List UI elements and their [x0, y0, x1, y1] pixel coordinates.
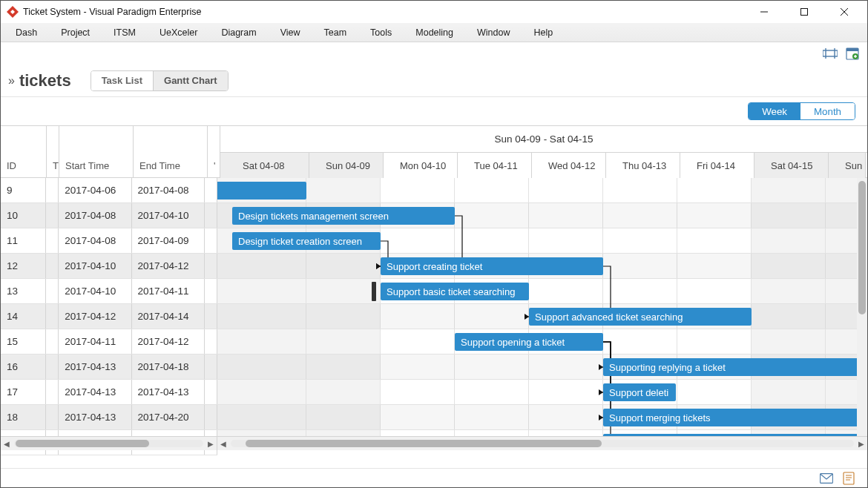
day-header: Fri 04-14 [680, 153, 754, 178]
cell [205, 304, 217, 329]
menu-item-modeling[interactable]: Modeling [407, 25, 462, 40]
svg-rect-8 [846, 48, 858, 51]
gantt-bar[interactable] [217, 182, 306, 200]
gantt-bar[interactable]: Design tickets management screen [232, 207, 455, 225]
table-row[interactable]: 112017-04-082017-04-09 [1, 228, 217, 254]
hscroll-right[interactable]: ◀ ▶ [217, 437, 867, 450]
table-row[interactable]: 152017-04-112017-04-12 [1, 329, 217, 355]
svg-rect-13 [844, 472, 854, 484]
menu-item-dash[interactable]: Dash [7, 25, 46, 40]
col-t[interactable]: T [47, 125, 59, 177]
breadcrumb-icon: » [8, 74, 13, 88]
close-button[interactable] [827, 1, 861, 22]
cell: 2017-04-10 [132, 203, 205, 228]
gantt-bar[interactable]: Support creating ticket [381, 257, 603, 275]
menu-item-help[interactable]: Help [525, 25, 562, 40]
cell: 2017-04-06 [59, 178, 131, 202]
gantt-bar[interactable]: Support advanced ticket searching [529, 308, 752, 326]
cell [205, 228, 217, 253]
view-week-button[interactable]: Week [749, 103, 800, 119]
menu-item-window[interactable]: Window [468, 25, 519, 40]
tab-gantt-chart[interactable]: Gantt Chart [153, 71, 228, 90]
cell: 2017-04-11 [132, 279, 205, 303]
cell: 2017-04-13 [132, 380, 205, 404]
menu-item-itsm[interactable]: ITSM [105, 25, 145, 40]
col-end[interactable]: End Time [134, 125, 208, 177]
maximize-button[interactable] [787, 1, 821, 22]
cell: 2017-04-12 [132, 254, 205, 278]
cell [205, 329, 217, 354]
gantt-bar[interactable]: Support 'watching' a ticket [603, 434, 867, 436]
gantt-bar[interactable]: Design ticket creation screen [232, 232, 381, 250]
cell: 13 [1, 279, 46, 303]
cell: 2017-04-08 [59, 228, 131, 253]
gantt-header: ID T Start Time End Time ' Sun 04-09 - S… [1, 126, 867, 178]
tab-task-list[interactable]: Task List [91, 71, 153, 90]
menu-item-diagram[interactable]: Diagram [212, 25, 265, 40]
titlebar: Ticket System - Visual Paradigm Enterpri… [1, 1, 867, 23]
cell: 2017-04-13 [59, 355, 131, 379]
cell [46, 405, 59, 429]
view-switch: Week Month [748, 102, 855, 120]
cell: 10 [1, 203, 46, 228]
gantt-bar[interactable]: Support basic ticket searching [381, 283, 529, 300]
gantt-bar[interactable]: Supporting replying a ticket [603, 358, 867, 376]
day-header: Mon 04-10 [384, 153, 458, 178]
cell [205, 279, 217, 303]
svg-rect-4 [823, 50, 838, 56]
cell: 2017-04-12 [132, 329, 205, 354]
svg-rect-1 [801, 9, 808, 16]
menu-item-uexceler[interactable]: UeXceler [151, 25, 206, 40]
cell: 18 [1, 405, 46, 429]
cell [46, 380, 59, 404]
hscroll-left[interactable]: ◀ ▶ [1, 437, 217, 450]
cell: 11 [1, 228, 46, 253]
cell: 17 [1, 380, 46, 404]
menu-item-project[interactable]: Project [52, 25, 99, 40]
col-id[interactable]: ID [1, 125, 47, 177]
layout-icon[interactable] [823, 46, 838, 61]
table-row[interactable]: 122017-04-102017-04-12 [1, 254, 217, 279]
dependency-arrow-icon [599, 364, 603, 370]
menu-item-tools[interactable]: Tools [361, 25, 401, 40]
col-start[interactable]: Start Time [59, 125, 134, 177]
cell [205, 405, 217, 429]
menu-item-view[interactable]: View [272, 25, 309, 40]
cell [205, 203, 217, 228]
gantt-left-grid: 92017-04-062017-04-08102017-04-082017-04… [1, 178, 217, 436]
day-header: Wed 04-12 [532, 153, 606, 178]
cell: 2017-04-13 [59, 405, 131, 429]
cell: 2017-04-10 [59, 254, 131, 278]
cell [46, 178, 59, 202]
menubar: DashProjectITSMUeXcelerDiagramViewTeamTo… [1, 23, 867, 42]
gantt-chart: ID T Start Time End Time ' Sun 04-09 - S… [1, 125, 867, 468]
table-row[interactable]: 182017-04-132017-04-20 [1, 405, 217, 430]
gantt-body: 92017-04-062017-04-08102017-04-082017-04… [1, 178, 867, 436]
table-row[interactable]: 162017-04-132017-04-18 [1, 355, 217, 380]
gantt-bar[interactable]: Support opening a ticket [455, 333, 603, 351]
cell: 2017-04-10 [59, 279, 131, 303]
cell [46, 254, 59, 278]
view-month-button[interactable]: Month [800, 103, 855, 119]
cell: 9 [1, 178, 46, 202]
col-tail[interactable]: ' [208, 125, 220, 177]
cell: 2017-04-09 [132, 228, 205, 253]
table-row[interactable]: 132017-04-102017-04-11 [1, 279, 217, 304]
mail-icon[interactable] [820, 472, 833, 485]
cell: 2017-04-14 [132, 304, 205, 329]
table-row[interactable]: 172017-04-132017-04-13 [1, 380, 217, 405]
vertical-scrollbar[interactable] [857, 178, 867, 436]
menu-item-team[interactable]: Team [315, 25, 356, 40]
note-icon[interactable] [842, 472, 855, 485]
minimize-button[interactable] [747, 1, 781, 22]
gantt-bar[interactable]: Support merging tickets [603, 409, 867, 426]
window-buttons [747, 1, 861, 22]
table-row[interactable]: 142017-04-122017-04-14 [1, 304, 217, 329]
gantt-right-grid[interactable]: Design tickets management screenDesign t… [217, 178, 867, 436]
calendar-add-icon[interactable] [845, 46, 860, 61]
table-row[interactable]: 102017-04-082017-04-10 [1, 203, 217, 228]
table-row[interactable]: 92017-04-062017-04-08 [1, 178, 217, 203]
app-icon [7, 6, 19, 18]
gantt-bar[interactable]: Support deleti [603, 383, 676, 401]
gantt-timeline-header: Sun 04-09 - Sat 04-15 Sat 04-08Sun 04-09… [220, 126, 867, 177]
